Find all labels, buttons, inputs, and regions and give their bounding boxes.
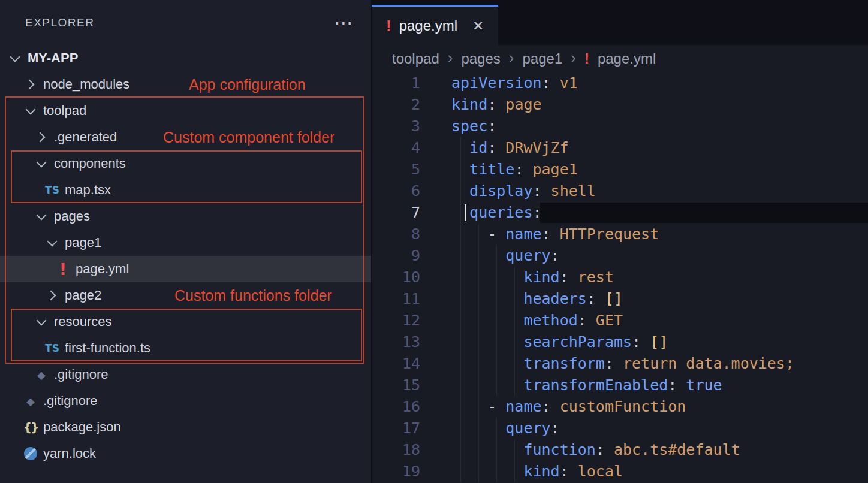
code-line-16[interactable]: 16 - name: customFunction [372,396,868,418]
code-line-14[interactable]: 14 transform: return data.movies; [372,353,868,375]
indent-guide [496,245,497,267]
breadcrumb-item-page-yml[interactable]: page.yml [598,50,656,67]
code-line-10[interactable]: 10 kind: rest [372,267,868,288]
warning-icon: ! [55,261,71,277]
code-line-6[interactable]: 6 display: shell [372,180,868,202]
tree-root-my-app[interactable]: MY-APP [0,45,371,71]
line-number: 3 [372,116,420,137]
indent-guide [496,331,497,353]
tree-item-label: .gitignore [43,393,98,409]
code-line-13[interactable]: 13 searchParams: [] [372,331,868,353]
tree-item-label: package.json [43,419,121,435]
indent-guide [478,353,479,375]
code-line-17[interactable]: 17 query: [372,418,868,439]
text-cursor [465,204,466,221]
indent-guide [496,288,497,310]
tree-item-yarn-lock[interactable]: yarn.lock [0,440,371,467]
tree-root-label: MY-APP [28,50,78,66]
indent-guide [460,288,461,310]
code-line-12[interactable]: 12 method: GET [372,310,868,331]
code-line-7[interactable]: 7 queries: [372,202,868,224]
explorer-title: EXPLORER [25,16,94,29]
code-line-4[interactable]: 4 id: DRwVjZf [372,137,868,159]
code-line-8[interactable]: 8 - name: HTTPrequest [372,224,868,245]
code-line-9[interactable]: 9 query: [372,245,868,267]
breadcrumb-item-page1[interactable]: page1 [522,50,562,67]
code-text: transformEnabled: true [451,375,868,396]
tree-item-map-tsx[interactable]: TSmap.tsx [0,177,371,203]
indent-guide [460,159,461,180]
code-editor[interactable]: 1apiVersion: v12kind: page3spec:4 id: DR… [372,73,868,483]
indent-guide [478,245,479,267]
tab-label: page.yml [399,17,457,34]
code-line-3[interactable]: 3spec: [372,116,868,137]
indent-guide [460,418,461,439]
indent-guide [514,353,515,375]
editor-area: ! page.yml ✕ toolpad›pages›page1›!page.y… [371,0,868,483]
tree-item--gitignore[interactable]: ◆.gitignore [0,388,371,414]
git-icon: ◆ [34,367,49,382]
tree-item-label: page.yml [76,261,129,277]
tree-item-components[interactable]: components [0,150,371,177]
line-number: 2 [372,94,420,116]
code-line-15[interactable]: 15 transformEnabled: true [372,375,868,396]
indent-guide [514,288,515,310]
tree-item-label: yarn.lock [43,446,96,461]
indent-guide [514,331,515,353]
indent-guide [496,375,497,396]
chevron-down-icon [34,209,49,224]
tree-item-node-modules[interactable]: node_modulesApp configuration [0,71,371,98]
tab-page-yml[interactable]: ! page.yml ✕ [372,5,498,45]
indent-guide [478,461,479,482]
annotation-text: Custom component folder [163,129,334,146]
tree-item-label: page1 [65,235,101,250]
tree-item-page-yml[interactable]: !page.yml [0,256,371,282]
tree-item-page1[interactable]: page1 [0,230,371,256]
tab-bar: ! page.yml ✕ [372,0,868,45]
indent-guide [496,353,497,375]
code-line-11[interactable]: 11 headers: [] [372,288,868,310]
tree-item-toolpad[interactable]: toolpad [0,98,371,124]
tree-item--generated[interactable]: .generatedCustom component folder [0,124,371,150]
code-text: query: [451,245,868,267]
tree-item-label: .generated [54,129,117,145]
breadcrumb-item-pages[interactable]: pages [461,50,500,67]
code-text: spec: [451,116,868,137]
more-actions-icon[interactable]: ⋯ [334,13,353,32]
tree-item-package-json[interactable]: {}package.json [0,414,371,440]
code-text: kind: local [451,461,868,482]
code-line-5[interactable]: 5 title: page1 [372,159,868,180]
annotation-text: Custom functions folder [174,287,332,304]
indent-guide [496,310,497,331]
tree-item-first-function-ts[interactable]: TSfirst-function.ts [0,335,371,361]
explorer-header: EXPLORER ⋯ [0,0,371,45]
indent-guide [478,375,479,396]
breadcrumb-item-toolpad[interactable]: toolpad [392,50,439,67]
indent-guide [460,267,461,288]
tree-item--gitignore[interactable]: ◆.gitignore [0,361,371,388]
close-icon[interactable]: ✕ [472,18,484,34]
code-text: function: abc.ts#default [451,439,868,461]
code-line-2[interactable]: 2kind: page [372,94,868,116]
indent-guide [496,418,497,439]
line-number: 1 [372,73,420,94]
line-number: 19 [372,461,420,482]
indent-guide [514,310,515,331]
tree-item-label: components [54,156,126,171]
tree-item-pages[interactable]: pages [0,203,371,230]
code-line-1[interactable]: 1apiVersion: v1 [372,73,868,94]
tree-item-resources[interactable]: resources [0,309,371,335]
indent-guide [460,396,461,418]
code-line-19[interactable]: 19 kind: local [372,461,868,482]
code-line-18[interactable]: 18 function: abc.ts#default [372,439,868,461]
indent-guide [514,461,515,482]
line-number: 9 [372,245,420,267]
line-number: 15 [372,375,420,396]
chevron-down-icon [44,235,60,250]
chevron-down-icon [34,314,49,330]
tree-item-label: pages [54,209,90,224]
indent-guide [460,353,461,375]
tree-item-page2[interactable]: page2Custom functions folder [0,282,371,309]
code-text: display: shell [451,180,868,202]
indent-guide [496,461,497,482]
